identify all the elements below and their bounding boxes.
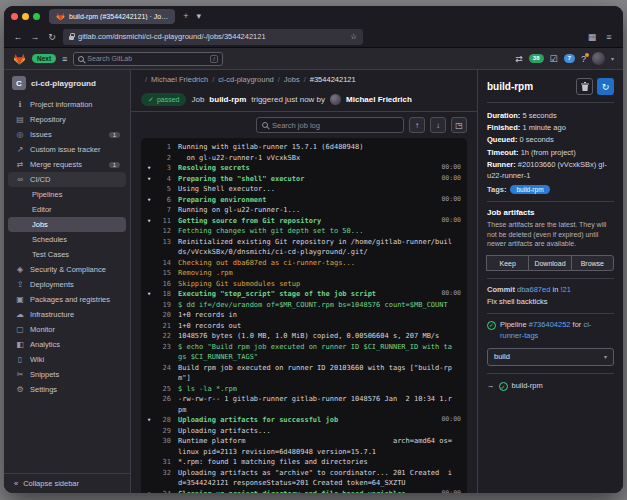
- sidebar-item[interactable]: Pipelines: [8, 187, 126, 202]
- sidebar-item[interactable]: ▤ Repository: [8, 112, 126, 127]
- log-line-number[interactable]: 13: [156, 237, 171, 248]
- merge-request-link[interactable]: !21: [560, 285, 570, 294]
- collapse-section-chevron-icon[interactable]: ▾: [147, 163, 156, 174]
- sidebar-item[interactable]: ▯ Wiki: [8, 352, 126, 367]
- collapse-section-chevron-icon[interactable]: ▾: [147, 289, 156, 300]
- sidebar-item[interactable]: ⇪ Deployments: [8, 277, 126, 292]
- scroll-top-button[interactable]: ↑: [409, 117, 425, 133]
- artifact-action-button[interactable]: Browse: [571, 255, 614, 271]
- log-line-number[interactable]: 26: [156, 394, 171, 405]
- fullscreen-button[interactable]: ◳: [451, 117, 467, 133]
- artifact-action-button[interactable]: Download: [528, 255, 571, 271]
- sidebar-item[interactable]: Jobs: [8, 217, 126, 232]
- log-line-number[interactable]: 14: [156, 258, 171, 269]
- artifact-action-button[interactable]: Keep: [486, 255, 529, 271]
- sidebar-item[interactable]: ▣ Packages and registries: [8, 292, 126, 307]
- collapse-section-chevron-icon[interactable]: ▾: [147, 415, 156, 426]
- breadcrumb-item[interactable]: Jobs: [274, 75, 300, 84]
- tab-list-button[interactable]: ▾: [197, 11, 202, 21]
- global-search[interactable]: /: [73, 52, 223, 66]
- log-line-number[interactable]: 4: [156, 174, 171, 185]
- todos-count-badge[interactable]: 7: [564, 54, 575, 63]
- forward-icon[interactable]: →: [29, 32, 41, 42]
- sidebar-item[interactable]: ◎ Issues 1: [8, 127, 126, 142]
- sidebar-item[interactable]: ⇄ Merge requests 1: [8, 157, 126, 172]
- author-avatar[interactable]: [330, 94, 341, 105]
- log-line-number[interactable]: 12: [156, 226, 171, 237]
- browser-tab[interactable]: build-rpm (#3544242121) · Jo…: [49, 9, 175, 24]
- sidebar-item[interactable]: ℹ Project information: [8, 97, 126, 112]
- sidebar-item[interactable]: ☁ Infrastructure: [8, 307, 126, 322]
- log-search[interactable]: [256, 117, 404, 133]
- log-line-number[interactable]: 30: [156, 436, 171, 447]
- log-line-number[interactable]: 16: [156, 279, 171, 290]
- log-line-number[interactable]: 28: [156, 415, 171, 426]
- retry-job-button[interactable]: ↻: [597, 78, 614, 95]
- collapse-sidebar-button[interactable]: « Collapse sidebar: [4, 473, 130, 493]
- todos-icon[interactable]: ☑: [550, 54, 558, 64]
- collapse-section-chevron-icon[interactable]: ▾: [147, 195, 156, 206]
- sidebar-item[interactable]: ∞ CI/CD: [8, 172, 126, 187]
- sidebar-item[interactable]: ▢ Monitor: [8, 322, 126, 337]
- log-line-number[interactable]: 7: [156, 205, 171, 216]
- address-bar[interactable]: gitlab.com/dnsmichi/ci-cd-playground/-/j…: [63, 29, 363, 45]
- sidebar-item[interactable]: ↗ Custom issue tracker: [8, 142, 126, 157]
- sidebar-item[interactable]: ◈ Security & Compliance: [8, 262, 126, 277]
- log-line-number[interactable]: 25: [156, 384, 171, 395]
- breadcrumb-item[interactable]: Michael Friedrich: [141, 75, 208, 84]
- author-name[interactable]: Michael Friedrich: [346, 95, 412, 104]
- gitlab-logo[interactable]: [13, 53, 26, 65]
- log-line-number[interactable]: 29: [156, 426, 171, 437]
- log-line-number[interactable]: 11: [156, 216, 171, 227]
- log-line-number[interactable]: 24: [156, 363, 171, 374]
- log-line-number[interactable]: 15: [156, 268, 171, 279]
- merge-requests-icon[interactable]: ⇄: [515, 54, 523, 64]
- scroll-bottom-button[interactable]: ↓: [430, 117, 446, 133]
- log-line-number[interactable]: 5: [156, 184, 171, 195]
- new-tab-button[interactable]: +: [183, 11, 188, 21]
- log-line-number[interactable]: 6: [156, 195, 171, 206]
- log-line-number[interactable]: 3: [156, 163, 171, 174]
- bookmark-star-icon[interactable]: ☆: [350, 32, 357, 41]
- log-line-number[interactable]: 19: [156, 300, 171, 311]
- log-line-number[interactable]: 31: [156, 457, 171, 468]
- breadcrumb-item[interactable]: ci-cd-playground: [208, 75, 274, 84]
- log-line-number[interactable]: 18: [156, 289, 171, 300]
- log-line-number[interactable]: 23: [156, 342, 171, 353]
- window-zoom-button[interactable]: [33, 13, 40, 20]
- pipeline-job-item[interactable]: → ✓ build-rpm: [487, 373, 614, 391]
- user-avatar[interactable]: [592, 52, 605, 65]
- sidebar-item[interactable]: Editor: [8, 202, 126, 217]
- commit-sha-link[interactable]: dba687ed: [517, 285, 550, 294]
- log-line-number[interactable]: 32: [156, 468, 171, 479]
- status-badge[interactable]: ✓ passed: [141, 93, 186, 106]
- help-icon[interactable]: ?: [581, 54, 586, 64]
- tag-badge[interactable]: build-rpm: [510, 185, 549, 194]
- log-search-input[interactable]: [272, 121, 398, 130]
- sidebar-item[interactable]: ◧ Analytics: [8, 337, 126, 352]
- sidebar-item[interactable]: Test Cases: [8, 247, 126, 262]
- collapse-section-chevron-icon[interactable]: ▾: [147, 489, 156, 494]
- collapse-section-chevron-icon[interactable]: ▾: [147, 216, 156, 227]
- extensions-icon[interactable]: ▦: [586, 32, 598, 42]
- stage-dropdown[interactable]: build ▾: [487, 348, 614, 366]
- breadcrumb-item[interactable]: #3544242121: [300, 75, 356, 84]
- pipeline-id-link[interactable]: #736404252: [529, 320, 571, 329]
- user-menu-caret-icon[interactable]: ▾: [611, 55, 614, 62]
- log-line-number[interactable]: 2: [156, 153, 171, 164]
- erase-log-button[interactable]: [576, 78, 593, 95]
- window-minimize-button[interactable]: [22, 13, 29, 20]
- reload-icon[interactable]: ↻: [46, 32, 58, 42]
- log-line-number[interactable]: 1: [156, 142, 171, 153]
- log-line-number[interactable]: 21: [156, 321, 171, 332]
- sidebar-item[interactable]: ✂ Snippets: [8, 367, 126, 382]
- sidebar-item[interactable]: Schedules: [8, 232, 126, 247]
- log-line-number[interactable]: 34: [156, 489, 171, 494]
- global-search-input[interactable]: [87, 55, 206, 62]
- back-icon[interactable]: ←: [12, 32, 24, 42]
- browser-menu-icon[interactable]: ≡: [603, 32, 615, 42]
- window-close-button[interactable]: [11, 13, 18, 20]
- project-header[interactable]: C ci-cd-playground: [4, 70, 130, 96]
- log-line-number[interactable]: 20: [156, 310, 171, 321]
- merge-requests-count-badge[interactable]: 38: [529, 54, 544, 63]
